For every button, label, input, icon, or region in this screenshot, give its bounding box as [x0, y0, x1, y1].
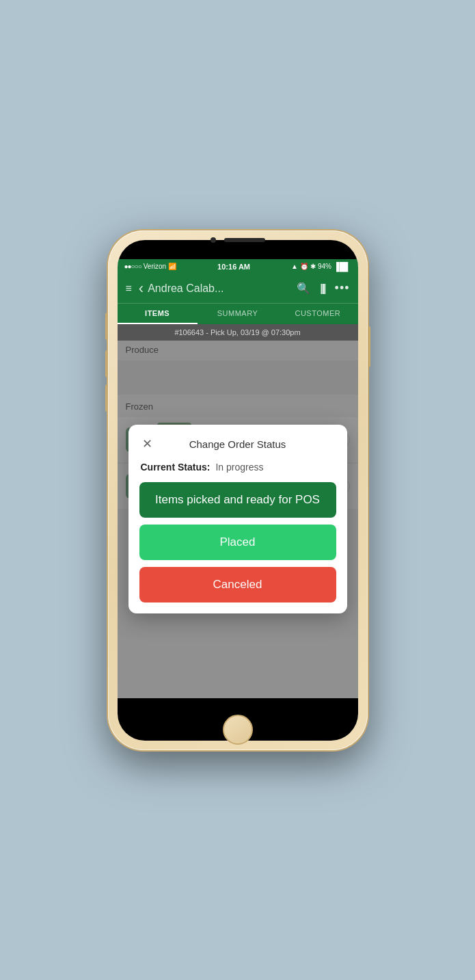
phone-top-bar [211, 237, 265, 243]
app-header: ≡ ‹ Andrea Calab... 🔍 ||| ••• [118, 274, 358, 303]
change-order-status-modal: ✕ Change Order Status Current Status: In… [128, 425, 347, 613]
placed-button[interactable]: Placed [139, 525, 336, 560]
menu-icon[interactable]: ≡ [126, 282, 132, 295]
status-time: 10:16 AM [217, 263, 250, 271]
modal-close-button[interactable]: ✕ [139, 436, 156, 452]
close-icon: ✕ [142, 436, 152, 451]
carrier-name: Verizon [144, 263, 166, 270]
tabs-bar: ITEMS SUMMARY CUSTOMER [118, 303, 358, 324]
canceled-button[interactable]: Canceled [139, 567, 336, 602]
speaker-grill [224, 238, 265, 242]
phone-device: ●●○○○ Verizon 📶 10:16 AM ▲ ⏰ ✱ 94% ▐█▌ [108, 230, 368, 750]
modal-current-status: Current Status: In progress [139, 462, 336, 473]
status-bar-left: ●●○○○ Verizon 📶 [124, 263, 177, 270]
more-icon[interactable]: ••• [335, 281, 350, 295]
status-bar: ●●○○○ Verizon 📶 10:16 AM ▲ ⏰ ✱ 94% ▐█▌ [118, 259, 358, 274]
back-icon[interactable]: ‹ [139, 280, 144, 297]
location-icon: ▲ [291, 263, 298, 270]
tab-customer[interactable]: CUSTOMER [277, 304, 357, 324]
alarm-icon: ⏰ [300, 263, 308, 270]
header-left: ≡ ‹ Andrea Calab... [126, 280, 224, 297]
home-button[interactable] [223, 715, 253, 745]
status-bar-right: ▲ ⏰ ✱ 94% ▐█▌ [291, 262, 351, 272]
tab-items[interactable]: ITEMS [118, 304, 198, 324]
status-label: Current Status: [141, 462, 211, 473]
header-right: 🔍 ||| ••• [297, 281, 349, 295]
main-content: Produce Frozen 1 10 oz [118, 341, 358, 698]
modal-header: ✕ Change Order Status [139, 436, 336, 452]
screen: ●●○○○ Verizon 📶 10:16 AM ▲ ⏰ ✱ 94% ▐█▌ [118, 259, 358, 698]
barcode-icon[interactable]: ||| [320, 282, 325, 295]
battery-icon: ▐█▌ [334, 262, 351, 272]
header-title: Andrea Calab... [148, 282, 223, 295]
tab-summary[interactable]: SUMMARY [198, 304, 277, 324]
battery-percent: 94% [318, 263, 331, 270]
status-value: In progress [215, 462, 263, 473]
items-picked-button[interactable]: Items picked and ready for POS [139, 482, 336, 518]
modal-overlay: ✕ Change Order Status Current Status: In… [118, 341, 358, 698]
screen-content: ●●○○○ Verizon 📶 10:16 AM ▲ ⏰ ✱ 94% ▐█▌ [118, 259, 358, 698]
wifi-icon: 📶 [168, 263, 176, 270]
camera-dot [211, 237, 216, 243]
search-icon[interactable]: 🔍 [297, 282, 310, 295]
modal-title: Change Order Status [156, 438, 320, 450]
phone-inner: ●●○○○ Verizon 📶 10:16 AM ▲ ⏰ ✱ 94% ▐█▌ [118, 240, 358, 741]
bluetooth-icon: ✱ [310, 263, 316, 270]
order-bar: #106643 - Pick Up, 03/19 @ 07:30pm [118, 324, 358, 341]
order-info: #106643 - Pick Up, 03/19 @ 07:30pm [174, 328, 300, 336]
dots-signal: ●●○○○ [124, 263, 141, 270]
